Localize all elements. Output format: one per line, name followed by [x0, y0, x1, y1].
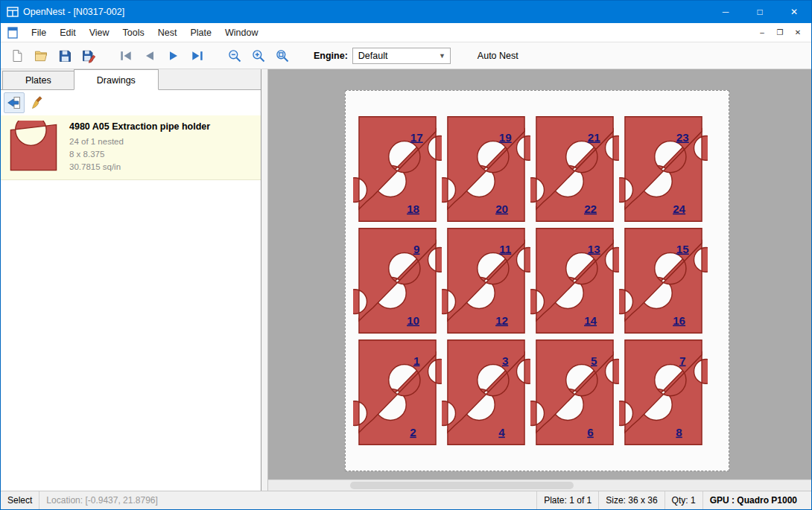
main-toolbar: Engine: Default ▼ Auto Nest: [1, 42, 811, 69]
save-edit-button[interactable]: [78, 45, 99, 66]
menu-file[interactable]: File: [25, 25, 53, 41]
maximize-button[interactable]: □: [743, 1, 777, 23]
zoom-out-button[interactable]: [224, 45, 245, 66]
zoom-fit-button[interactable]: [272, 45, 293, 66]
drawing-list-item[interactable]: 4980 A05 Extraction pipe holder 24 of 1 …: [1, 115, 261, 180]
part-number-label: 1: [413, 354, 420, 367]
go-previous-icon: [142, 48, 157, 63]
tab-drawings[interactable]: Drawings: [74, 69, 159, 90]
part-number-label: 23: [676, 131, 689, 144]
save-icon: [57, 48, 72, 63]
chevron-down-icon: ▼: [439, 52, 450, 60]
part-number-label: 16: [673, 314, 685, 327]
horizontal-scrollbar[interactable]: [268, 479, 811, 491]
minimize-button[interactable]: ─: [708, 1, 743, 23]
part-number-label: 3: [502, 354, 508, 367]
document-icon: [7, 27, 19, 39]
titlebar: OpenNest - [N0317-002] ─ □ ✕: [1, 1, 811, 23]
part-number-label: 8: [676, 426, 682, 439]
panel-splitter[interactable]: [261, 69, 268, 491]
zoom-fit-icon: [275, 48, 290, 63]
import-drawing-icon: [7, 95, 22, 110]
status-mode: Select: [1, 491, 39, 509]
window-title: OpenNest - [N0317-002]: [23, 7, 124, 17]
open-folder-icon: [34, 48, 48, 63]
part-number-label: 21: [588, 131, 600, 144]
nest-tile[interactable]: 2122: [530, 113, 619, 225]
nest-tile[interactable]: 1112: [442, 225, 530, 337]
drawings-list-empty-area: [1, 180, 261, 491]
part-number-label: 17: [410, 131, 423, 144]
save-edit-icon: [81, 48, 96, 63]
zoom-in-icon: [251, 48, 266, 63]
part-number-label: 19: [499, 131, 512, 144]
new-file-button[interactable]: [7, 45, 28, 66]
tab-plates[interactable]: Plates: [2, 71, 74, 89]
drawing-size: 8 x 8.375: [69, 148, 210, 161]
nest-tile[interactable]: 1314: [530, 225, 619, 337]
zoom-out-icon: [227, 48, 242, 63]
status-gpu: GPU : Quadro P1000: [702, 491, 804, 509]
open-button[interactable]: [31, 45, 51, 66]
nest-tile[interactable]: 1920: [442, 113, 530, 225]
menu-plate[interactable]: Plate: [183, 25, 218, 41]
drawing-title: 4980 A05 Extraction pipe holder: [69, 121, 210, 132]
status-qty: Qty: 1: [664, 491, 702, 509]
mdi-close-button[interactable]: ✕: [789, 25, 807, 40]
nest-tile[interactable]: 1718: [353, 113, 442, 225]
auto-nest-button[interactable]: Auto Nest: [472, 47, 524, 65]
engine-selected-value: Default: [358, 51, 388, 61]
part-number-label: 12: [495, 314, 508, 327]
app-window: OpenNest - [N0317-002] ─ □ ✕ File Edit V…: [0, 0, 812, 510]
go-last-button[interactable]: [187, 45, 208, 66]
import-drawing-button[interactable]: [4, 92, 25, 113]
status-size: Size: 36 x 36: [598, 491, 664, 509]
nest-tile[interactable]: 1516: [619, 225, 708, 337]
go-last-icon: [190, 48, 205, 63]
drawings-toolbar: [1, 90, 261, 115]
drawing-nested-count: 24 of 1 nested: [69, 136, 210, 148]
go-previous-button[interactable]: [139, 45, 160, 66]
horizontal-scrollbar-thumb[interactable]: [350, 482, 574, 489]
part-number-label: 7: [679, 354, 685, 367]
go-first-button[interactable]: [115, 45, 136, 66]
plate-sheet[interactable]: 171819202122232491011121314151612345678: [345, 90, 729, 471]
drawing-area: 30.7815 sq/in: [69, 161, 210, 173]
nest-tile[interactable]: 56: [530, 337, 619, 448]
part-number-label: 15: [676, 243, 689, 255]
clear-broom-button[interactable]: [28, 92, 48, 113]
engine-label: Engine:: [314, 51, 348, 61]
mdi-restore-button[interactable]: ❐: [771, 25, 789, 40]
nest-tile[interactable]: 12: [353, 337, 442, 448]
plate-tiles: 171819202122232491011121314151612345678: [353, 113, 729, 448]
resize-grip[interactable]: [804, 491, 811, 509]
nest-canvas[interactable]: 171819202122232491011121314151612345678: [261, 69, 811, 491]
app-icon: [7, 6, 19, 18]
engine-select[interactable]: Default ▼: [352, 48, 451, 64]
clear-broom-icon: [31, 95, 45, 110]
part-number-label: 6: [587, 426, 593, 439]
zoom-in-button[interactable]: [248, 45, 269, 66]
nest-tile[interactable]: 2324: [619, 113, 708, 225]
part-number-label: 13: [588, 243, 600, 255]
go-next-button[interactable]: [163, 45, 184, 66]
save-button[interactable]: [54, 45, 75, 66]
menu-window[interactable]: Window: [218, 25, 264, 41]
nest-tile[interactable]: 34: [442, 337, 530, 448]
menu-edit[interactable]: Edit: [53, 25, 83, 41]
menu-tools[interactable]: Tools: [116, 25, 151, 41]
part-number-label: 5: [591, 354, 597, 367]
close-button[interactable]: ✕: [777, 1, 811, 23]
menu-nest[interactable]: Nest: [151, 25, 184, 41]
nest-tile[interactable]: 78: [619, 337, 708, 448]
menubar: File Edit View Tools Nest Plate Window ‒…: [1, 23, 811, 42]
go-first-icon: [118, 48, 133, 63]
part-number-label: 9: [413, 243, 419, 255]
menu-view[interactable]: View: [83, 25, 116, 41]
part-number-label: 22: [584, 203, 597, 215]
mdi-minimize-button[interactable]: ‒: [753, 25, 771, 40]
part-number-label: 20: [495, 203, 508, 215]
nest-tile[interactable]: 910: [353, 225, 442, 337]
new-file-icon: [10, 48, 25, 63]
content-area: Plates Drawings: [1, 69, 811, 491]
